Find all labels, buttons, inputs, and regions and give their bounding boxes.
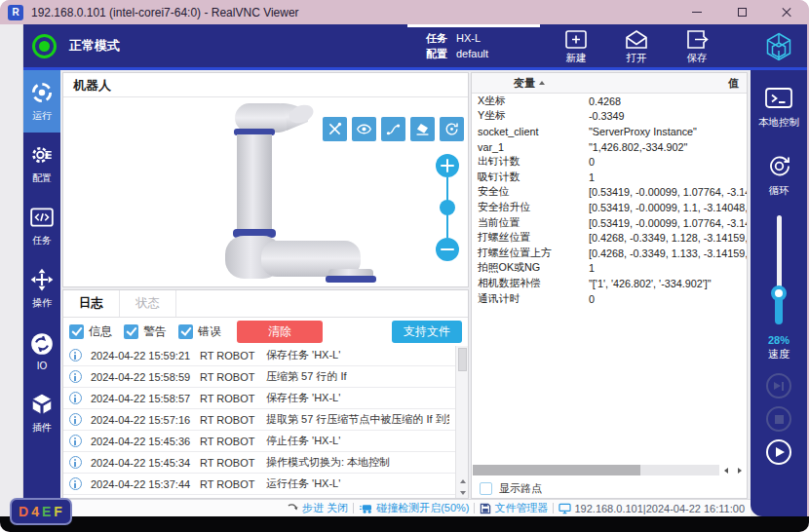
speed-slider[interactable] <box>770 215 788 324</box>
local-control-item[interactable]: 本地控制 <box>758 86 799 130</box>
variable-name: X坐标 <box>472 95 587 108</box>
tab-log[interactable]: 日志 <box>63 290 120 317</box>
vnc-code-badge: D 4 E F <box>10 498 72 525</box>
open-task-button[interactable]: 打开 <box>615 28 658 65</box>
variable-row: 打螺丝位置上方[0.4268, -0.3349, 1.133, -3.14159… <box>472 246 747 261</box>
log-source: RT ROBOT <box>200 436 266 447</box>
scroll-down-button[interactable] <box>456 487 469 498</box>
robot-viewport[interactable] <box>63 97 468 286</box>
clear-log-button[interactable]: 清除 <box>237 321 323 343</box>
variable-name: 相机数据补偿 <box>472 277 587 290</box>
log-time: 2024-04-22 15:45:34 <box>91 457 200 469</box>
save-task-button[interactable]: 保存 <box>675 28 718 65</box>
zoom-out-button[interactable] <box>436 238 459 261</box>
robot-panel: 机器人 <box>62 72 469 287</box>
loop-label: 循环 <box>769 184 790 198</box>
path-button[interactable] <box>381 117 405 141</box>
log-scrollbar-thumb[interactable] <box>458 348 467 371</box>
variable-value: 0 <box>587 293 747 305</box>
info-icon <box>69 370 82 383</box>
eraser-button[interactable] <box>410 117 435 141</box>
step-forward-button[interactable] <box>766 373 791 399</box>
tab-status[interactable]: 状态 <box>120 290 176 317</box>
variable-name: 安全抬升位 <box>472 201 587 214</box>
visibility-button[interactable] <box>352 117 376 141</box>
step-mode-status[interactable]: 步进 关闭 <box>287 501 348 515</box>
filter-error-label: 错误 <box>198 323 221 340</box>
log-source: RT ROBOT <box>200 457 266 469</box>
log-scrollbar[interactable] <box>455 346 468 498</box>
maximize-button[interactable] <box>719 0 764 24</box>
log-entry: 2024-04-22 15:58:59 RT ROBOT 压缩第 57 行的 I… <box>63 366 455 388</box>
maximize-icon <box>738 8 747 17</box>
variable-value: "['1', '426.802', '-334.902']" <box>587 278 747 289</box>
sidebar-item-config[interactable]: 配置 <box>23 133 60 195</box>
zoom-in-button[interactable] <box>436 154 459 177</box>
collision-detection-status[interactable]: 碰撞检测开启(50%) <box>359 501 469 515</box>
hscrollbar-track[interactable] <box>473 465 719 475</box>
file-manager-label: 文件管理器 <box>494 501 548 515</box>
sidebar-item-operate[interactable]: 操作 <box>23 257 60 320</box>
file-manager-icon <box>480 503 491 514</box>
window-bottom-strip <box>0 516 809 532</box>
statusbar-divider <box>353 503 354 513</box>
close-icon <box>781 7 792 19</box>
column-variable-label: 变量 <box>514 76 535 91</box>
minimize-button[interactable] <box>674 0 719 24</box>
file-manager-button[interactable]: 文件管理器 <box>480 501 548 515</box>
log-time: 2024-04-22 15:37:44 <box>91 478 200 490</box>
sidebar-item-task[interactable]: 任务 <box>23 195 60 257</box>
task-row: 任务 HX-L <box>426 30 488 46</box>
variable-row: socket_client"ServerProxy Instance" <box>472 124 747 139</box>
info-icon <box>69 456 82 469</box>
topbar-buttons: 新建 打开 保存 <box>555 28 718 65</box>
variable-name: 出钉计数 <box>472 155 587 169</box>
variable-row: 吸钉计数1 <box>472 170 747 185</box>
loop-item[interactable]: 循环 <box>766 153 792 198</box>
variable-row: 出钉计数0 <box>472 154 747 170</box>
support-files-button[interactable]: 支持文件 <box>392 321 462 343</box>
new-task-label: 新建 <box>566 52 587 65</box>
status-bar: 步进 关闭 碰撞检测开启(50%) 文件管理器 <box>60 499 751 516</box>
tools-button[interactable] <box>323 117 347 141</box>
reset-view-button[interactable] <box>440 117 464 141</box>
variable-name: var_1 <box>472 141 587 153</box>
content-area: 机器人 <box>60 70 751 516</box>
connection-label: 192.168.0.101|2024-04-22 16:11:00 <box>574 503 745 514</box>
column-variable[interactable]: 变量 <box>472 76 587 91</box>
hscrollbar-thumb[interactable] <box>473 465 640 475</box>
step-status-label: 步进 关闭 <box>302 501 348 515</box>
variable-name: 吸钉计数 <box>472 171 587 184</box>
sidebar-item-run[interactable]: 运行 <box>23 70 60 133</box>
new-task-button[interactable]: 新建 <box>555 28 597 65</box>
sidebar-item-plugin[interactable]: 插件 <box>23 382 60 444</box>
play-button[interactable] <box>766 439 791 465</box>
logo-letter: R <box>12 7 19 18</box>
right-nav: 本地控制 循环 28% 速度 <box>751 70 807 516</box>
arrow-down-icon <box>460 491 466 495</box>
show-waypoints-checkbox[interactable] <box>480 482 492 495</box>
filter-info-checkbox[interactable] <box>69 324 84 339</box>
stop-button[interactable] <box>766 406 791 432</box>
filter-error-checkbox[interactable] <box>178 324 193 339</box>
config-value: default <box>456 46 488 61</box>
info-icon <box>69 349 82 361</box>
sidebar-io-label: IO <box>37 361 48 371</box>
variable-row: 安全位[0.53419, -0.00099, 1.07764, -3.14048… <box>472 185 747 201</box>
network-monitor-icon <box>559 503 571 514</box>
column-value[interactable]: 值 <box>587 76 747 91</box>
eye-icon <box>356 121 372 137</box>
speed-slider-track <box>777 215 782 295</box>
filter-warning-checkbox[interactable] <box>124 324 138 339</box>
variable-name: 拍照OK或NG <box>472 261 587 275</box>
scroll-right-button[interactable] <box>733 464 747 476</box>
show-waypoints-label: 显示路点 <box>499 481 542 496</box>
variable-name: 当前位置 <box>472 216 587 230</box>
speed-slider-handle[interactable] <box>771 285 787 301</box>
sidebar-item-io[interactable]: IO <box>23 320 60 382</box>
variables-panel: 变量 值 X坐标0.4268 Y坐标-0.3349 socket_client"… <box>471 72 748 499</box>
close-button[interactable] <box>764 0 809 24</box>
log-message: 保存任务 'HX-L' <box>266 348 449 362</box>
scroll-left-button[interactable] <box>719 464 733 476</box>
scroll-up-button[interactable] <box>456 475 469 486</box>
